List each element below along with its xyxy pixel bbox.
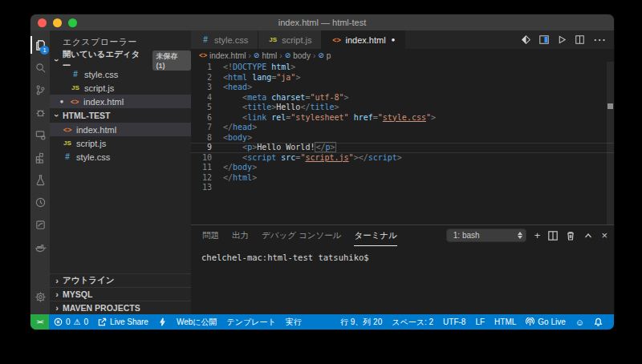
code-text: <title>Hello</title>	[212, 103, 339, 113]
encoding-status[interactable]: UTF-8	[438, 314, 470, 330]
code-editor[interactable]: 1<!DOCTYPE html>2<html lang="ja">3<head>…	[191, 62, 614, 224]
tab-problems[interactable]: 問題	[202, 225, 219, 246]
code-line[interactable]: 1<!DOCTYPE html>	[191, 63, 614, 73]
breadcrumb-item-html[interactable]: html	[262, 51, 277, 60]
maximize-panel-chevron-icon[interactable]	[583, 231, 593, 241]
outline-section[interactable]: › アウトライン	[50, 273, 191, 287]
open-editor-item-active[interactable]: ● <> index.html	[50, 95, 191, 108]
code-line[interactable]: 4 <meta charset="utf-8">	[191, 93, 614, 103]
code-line[interactable]: 11</body>	[191, 163, 614, 173]
tab-debug-console[interactable]: デバッグ コンソール	[262, 225, 341, 246]
breadcrumb-item-body[interactable]: body	[293, 51, 311, 60]
code-line[interactable]: 12</html>	[191, 173, 614, 184]
split-editor-icon[interactable]	[575, 35, 584, 44]
editor-scrollbar[interactable]	[607, 62, 614, 224]
minimize-window-button[interactable]	[53, 18, 62, 27]
line-number: 13	[191, 183, 212, 193]
cursor-position-status[interactable]: 行 9、列 20	[335, 314, 387, 330]
lightning-icon	[158, 317, 167, 326]
code-line[interactable]: 3<head>	[191, 83, 614, 93]
problems-status[interactable]: 0 ⚠ 0	[49, 314, 93, 330]
tab-style-css[interactable]: # style.css	[191, 30, 258, 49]
go-live-status[interactable]: Go Live	[521, 314, 570, 330]
extensions-icon[interactable]	[30, 146, 50, 168]
tab-terminal[interactable]: ターミナル	[354, 225, 396, 246]
split-terminal-icon[interactable]	[548, 231, 558, 241]
template-status[interactable]: テンプレート	[222, 314, 281, 330]
debug-icon[interactable]	[30, 101, 50, 123]
open-editors-header[interactable]: › 開いているエディター 未保存 (1)	[50, 53, 191, 67]
language-mode-status[interactable]: HTML	[490, 314, 521, 330]
notebook-icon[interactable]	[30, 213, 50, 236]
format-icon[interactable]	[522, 35, 530, 44]
warning-count: 0	[84, 317, 89, 326]
breadcrumb-separator: ›	[313, 51, 315, 60]
workspace-header[interactable]: › HTML-TEST	[50, 108, 191, 123]
terminal-prompt: chelchel-mac:html-test tatsuhiko$	[201, 253, 369, 262]
dirty-dot-icon[interactable]: ●	[392, 36, 396, 43]
kill-terminal-trash-icon[interactable]	[566, 231, 575, 241]
live-share-status[interactable]: Live Share	[93, 314, 153, 330]
symbol-icon: ⊘	[285, 51, 291, 59]
editor-actions: ⋯	[522, 30, 614, 49]
css-file-icon: #	[201, 35, 210, 44]
code-line[interactable]: 7</head>	[191, 123, 614, 133]
tab-script-js[interactable]: JS script.js	[258, 30, 322, 49]
more-actions-icon[interactable]: ⋯	[593, 32, 606, 47]
search-icon[interactable]	[30, 56, 50, 79]
close-panel-icon[interactable]: ×	[601, 229, 607, 241]
clock-icon[interactable]	[30, 191, 50, 213]
settings-gear-icon[interactable]	[30, 285, 50, 308]
code-text: </body>	[212, 163, 257, 173]
error-icon	[54, 317, 63, 326]
tab-label: index.html	[345, 35, 385, 45]
run-status[interactable]: 実行	[281, 314, 307, 330]
tree-item[interactable]: # style.css	[50, 150, 191, 164]
live-share-icon[interactable]	[30, 123, 50, 146]
close-window-button[interactable]	[38, 18, 47, 27]
deploy-status[interactable]	[153, 314, 172, 330]
line-number: 11	[191, 163, 212, 173]
mysql-section[interactable]: › MYSQL	[50, 287, 191, 301]
code-line[interactable]: 2<html lang="ja">	[191, 73, 614, 83]
docker-whale-icon[interactable]	[30, 236, 50, 258]
code-line[interactable]: 9 <p>Hello World!</p>	[191, 143, 614, 153]
line-number: 10	[191, 153, 212, 164]
breadcrumb-item-p[interactable]: p	[327, 51, 331, 60]
publish-web-status[interactable]: Webに公開	[172, 314, 222, 330]
tree-item[interactable]: JS script.js	[50, 136, 191, 150]
code-line[interactable]: 13	[191, 183, 614, 193]
code-line[interactable]: 6 <link rel="stylesheet" href="style.css…	[191, 113, 614, 123]
activity-bar: 1	[30, 30, 50, 314]
line-number: 2	[191, 73, 212, 83]
eol-status[interactable]: LF	[470, 314, 490, 330]
code-line[interactable]: 5 <title>Hello</title>	[191, 103, 614, 113]
modified-dot-icon[interactable]: ●	[58, 98, 66, 105]
test-beaker-icon[interactable]	[30, 168, 50, 191]
maven-projects-section[interactable]: › MAVEN PROJECTS	[50, 301, 191, 314]
new-terminal-icon[interactable]: +	[534, 229, 541, 241]
css-file-icon: #	[71, 70, 80, 79]
code-line[interactable]: 10 <script src="script.js"></script>	[191, 153, 614, 164]
desktop: index.html — html-test 1	[0, 0, 642, 364]
terminal-output[interactable]: chelchel-mac:html-test tatsuhiko$	[191, 246, 614, 314]
breadcrumb-item-file[interactable]: index.html	[209, 51, 246, 60]
chevron-right-icon: ›	[53, 303, 61, 313]
open-editor-item[interactable]: JS script.js	[50, 81, 191, 95]
notifications-bell-icon[interactable]	[589, 314, 607, 330]
indentation-status[interactable]: スペース: 2	[387, 314, 438, 330]
tab-output[interactable]: 出力	[232, 225, 249, 246]
maximize-window-button[interactable]	[68, 18, 77, 27]
feedback-smiley-icon[interactable]: ☺	[571, 314, 589, 330]
source-control-icon[interactable]	[30, 79, 50, 101]
title-bar[interactable]: index.html — html-test	[30, 14, 614, 30]
shell-selector[interactable]: 1: bash	[446, 229, 526, 242]
remote-indicator[interactable]: ><	[30, 314, 49, 330]
open-preview-icon[interactable]	[539, 35, 549, 44]
explorer-icon[interactable]: 1	[30, 34, 50, 56]
tab-index-html[interactable]: <> index.html ●	[322, 30, 405, 49]
open-editor-item[interactable]: # style.css	[50, 67, 191, 81]
run-icon[interactable]	[558, 35, 567, 44]
code-line[interactable]: 8<body>	[191, 133, 614, 144]
tree-item-selected[interactable]: <> index.html	[50, 123, 191, 136]
